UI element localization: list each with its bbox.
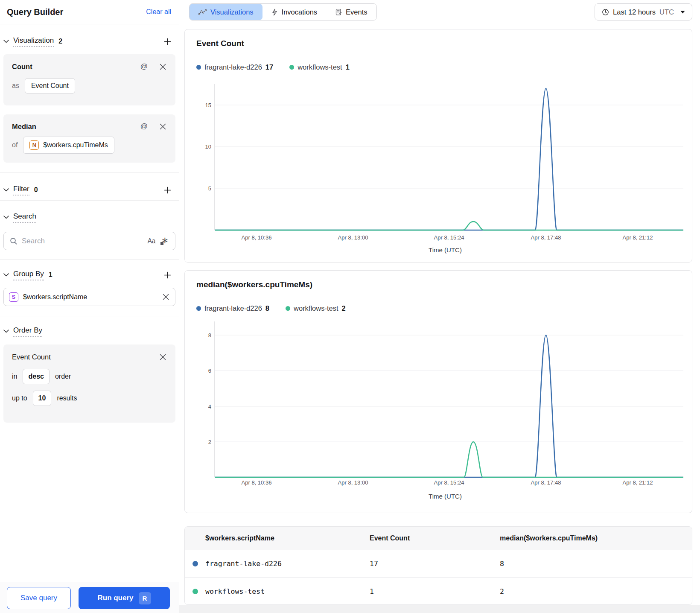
y-tick-label: 10: [205, 143, 211, 150]
string-field-icon: S: [9, 292, 18, 302]
remove-group-by-button[interactable]: [156, 288, 175, 306]
legend-series-value: 17: [265, 63, 273, 71]
at-sign-icon[interactable]: @: [140, 122, 148, 131]
y-tick-label: 15: [205, 102, 211, 108]
chart-legend: fragrant-lake-d226 17 workflows-test 1: [196, 63, 350, 71]
keyboard-shortcut-badge: R: [139, 592, 151, 604]
x-tick-label: Apr 8, 13:00: [338, 234, 368, 241]
as-label: as: [12, 82, 19, 90]
group-by-section-header: Group By 1: [3, 269, 172, 281]
x-tick-label: Apr 8, 13:00: [338, 479, 368, 486]
event-count-chart-card: 15 10 5 Apr 8, 10:36 Apr 8, 13:00 Apr 8,…: [184, 29, 692, 263]
legend-series-name: workflows-test: [294, 304, 338, 312]
series-dot: [289, 65, 294, 70]
x-axis-label: Time (UTC): [429, 493, 462, 500]
tab-events[interactable]: Events: [326, 4, 376, 20]
x-tick-label: Apr 8, 21:12: [623, 234, 653, 241]
at-sign-icon[interactable]: @: [140, 62, 148, 71]
tab-visualizations[interactable]: Visualizations: [190, 4, 262, 20]
sort-direction-select[interactable]: desc: [23, 369, 49, 384]
chevron-down-icon[interactable]: [3, 330, 9, 333]
median-chart-card: 8 6 4 2 Apr 8, 10:36 Apr 8, 13:00 Apr 8,…: [184, 270, 692, 513]
chart-title: median($workers.cpuTimeMs): [196, 280, 312, 289]
legend-series-value: 8: [265, 304, 269, 312]
group-by-section-label[interactable]: Group By: [13, 270, 44, 280]
legend-item[interactable]: fragrant-lake-d226 17: [196, 63, 273, 71]
series-dot: [196, 65, 201, 70]
field-value-pill[interactable]: N $workers.cpuTimeMs: [23, 137, 114, 154]
results-table-card: $workers.scriptName Event Count median($…: [184, 526, 692, 605]
sidebar-action-bar: Save query Run query R: [0, 582, 179, 613]
divider: [0, 316, 179, 316]
alias-value-pill[interactable]: Event Count: [25, 78, 75, 93]
match-case-icon[interactable]: Aa: [147, 237, 155, 245]
run-query-button[interactable]: Run query R: [79, 587, 170, 609]
order-by-field: Event Count: [12, 353, 51, 361]
page-background-strip: [179, 605, 700, 613]
save-query-button[interactable]: Save query: [7, 587, 71, 609]
aggregation-fn-label[interactable]: Count: [12, 63, 32, 71]
y-tick-label: 8: [208, 332, 211, 339]
chart-legend: fragrant-lake-d226 8 workflows-test 2: [196, 304, 346, 312]
clear-all-button[interactable]: Clear all: [146, 8, 171, 16]
table-row[interactable]: workflows-test 1 2: [185, 578, 692, 605]
time-range-select[interactable]: Last 12 hours UTC: [595, 3, 692, 20]
y-tick-label: 2: [208, 439, 211, 445]
events-document-icon: [335, 9, 342, 16]
y-tick-label: 5: [208, 185, 211, 192]
add-filter-button[interactable]: [163, 186, 172, 195]
search-input[interactable]: [22, 237, 143, 245]
filter-section-label[interactable]: Filter: [13, 185, 29, 196]
divider: [0, 172, 179, 173]
chart-line-icon: [198, 9, 207, 15]
aggregation-card-count: Count @ as Event Count: [3, 54, 175, 105]
series-line-fragrant-lake-d226: [215, 88, 683, 230]
divider: [0, 259, 179, 260]
regex-icon[interactable]: ∗: [160, 236, 169, 246]
x-tick-label: Apr 8, 17:48: [531, 479, 561, 486]
remove-aggregation-button[interactable]: [159, 63, 167, 71]
order-by-section-label[interactable]: Order By: [13, 326, 42, 337]
legend-item[interactable]: workflows-test 2: [286, 304, 346, 312]
remove-aggregation-button[interactable]: [159, 123, 167, 131]
number-field-icon: N: [29, 140, 39, 150]
visualization-section-label[interactable]: Visualization: [13, 36, 54, 47]
legend-item[interactable]: fragrant-lake-d226 8: [196, 304, 269, 312]
add-visualization-button[interactable]: [163, 37, 172, 46]
of-label: of: [12, 141, 18, 149]
add-group-by-button[interactable]: [163, 271, 172, 280]
cell-event-count: 17: [370, 560, 500, 568]
x-tick-label: Apr 8, 10:36: [242, 234, 272, 241]
tab-invocations[interactable]: Invocations: [262, 4, 326, 20]
search-box: Aa ∗: [3, 232, 175, 250]
table-row[interactable]: fragrant-lake-d226 17 8: [185, 550, 692, 578]
result-limit-input[interactable]: 10: [33, 391, 52, 406]
x-tick-label: Apr 8, 21:12: [623, 479, 653, 486]
filter-count: 0: [34, 186, 38, 194]
view-tabs: Visualizations Invocations Events: [189, 3, 377, 20]
legend-item[interactable]: workflows-test 1: [289, 63, 350, 71]
chevron-down-icon[interactable]: [3, 216, 9, 219]
time-range-label: Last 12 hours: [613, 8, 656, 16]
query-builder-panel: Query Builder Clear all Visualization 2 …: [0, 0, 179, 613]
aggregation-fn-label[interactable]: Median: [12, 123, 36, 131]
group-by-field-pill[interactable]: S $workers.scriptName: [3, 288, 175, 306]
column-header-median: median($workers.cpuTimeMs): [500, 534, 692, 542]
cell-median: 8: [500, 560, 692, 568]
search-section-label[interactable]: Search: [13, 212, 36, 223]
remove-order-by-button[interactable]: [159, 353, 167, 361]
x-axis-label: Time (UTC): [429, 246, 462, 254]
series-dot: [192, 589, 198, 594]
chevron-down-icon[interactable]: [3, 40, 9, 43]
time-range-timezone: UTC: [659, 8, 674, 16]
legend-series-value: 1: [346, 63, 350, 71]
field-value: $workers.cpuTimeMs: [43, 141, 108, 149]
chevron-down-icon[interactable]: [3, 273, 9, 277]
chevron-down-icon[interactable]: [3, 188, 9, 192]
aggregation-card-median: Median @ of N $workers.cpuTimeMs: [3, 114, 175, 163]
alias-value: Event Count: [31, 82, 69, 90]
run-query-label: Run query: [97, 594, 133, 602]
cell-script-name: fragrant-lake-d226: [205, 560, 370, 568]
series-dot: [192, 561, 198, 566]
x-tick-label: Apr 8, 10:36: [242, 479, 272, 486]
